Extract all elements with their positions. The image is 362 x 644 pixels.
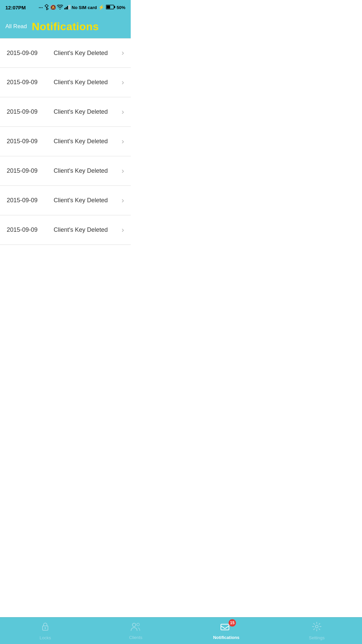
notification-date: 2015-09-09 — [7, 197, 54, 204]
all-read-button[interactable]: All Read — [5, 23, 27, 30]
svg-rect-4 — [68, 5, 69, 9]
notifications-container: 2015-09-09 Client's Key Deleted › 2015-0… — [0, 38, 131, 256]
no-sim-label: No SIM card — [72, 5, 97, 10]
notification-item[interactable]: 2015-09-09 Client's Key Deleted › — [0, 97, 131, 127]
svg-rect-1 — [64, 8, 65, 9]
chevron-right-icon: › — [122, 167, 124, 175]
notification-item[interactable]: 2015-09-09 Client's Key Deleted › — [0, 68, 131, 97]
page-title: Notifications — [32, 20, 99, 33]
battery-percent: 50% — [117, 5, 125, 10]
svg-rect-5 — [70, 5, 70, 9]
charging-icon: ⚡ — [98, 4, 105, 10]
chevron-right-icon: › — [122, 196, 124, 205]
chevron-right-icon: › — [122, 255, 124, 257]
chevron-right-icon: › — [122, 137, 124, 146]
notification-list: 2015-09-09 Client's Key Deleted › 2015-0… — [0, 38, 131, 256]
notification-date: 2015-09-09 — [7, 256, 54, 256]
notification-item[interactable]: 2015-09-09 Client's Key Deleted › — [0, 245, 131, 256]
wifi-icon — [57, 5, 63, 10]
notification-date: 2015-09-09 — [7, 138, 54, 145]
notification-message: Client's Key Deleted — [54, 167, 118, 174]
battery-icon — [106, 5, 115, 10]
notification-message: Client's Key Deleted — [54, 138, 118, 145]
notification-item[interactable]: 2015-09-09 Client's Key Deleted › — [0, 127, 131, 156]
status-time: 12:07PM — [5, 5, 26, 10]
notification-item[interactable]: 2015-09-09 Client's Key Deleted › — [0, 215, 131, 245]
chevron-right-icon: › — [122, 108, 124, 116]
notification-date: 2015-09-09 — [7, 226, 54, 233]
notification-item[interactable]: 2015-09-09 Client's Key Deleted › — [0, 38, 131, 68]
notification-message: Client's Key Deleted — [54, 79, 118, 86]
chevron-right-icon: › — [122, 49, 124, 57]
svg-rect-2 — [66, 7, 67, 9]
svg-rect-7 — [114, 6, 115, 8]
notification-message: Client's Key Deleted — [54, 226, 118, 233]
notification-message: Client's Key Deleted — [54, 108, 118, 115]
bluetooth-icon — [44, 4, 49, 11]
status-icons: ··· 🔕 — [39, 4, 125, 11]
notification-date: 2015-09-09 — [7, 79, 54, 86]
svg-text:🔕: 🔕 — [50, 5, 56, 10]
notification-item[interactable]: 2015-09-09 Client's Key Deleted › — [0, 156, 131, 186]
notification-message: Client's Key Deleted — [54, 256, 118, 256]
notification-date: 2015-09-09 — [7, 108, 54, 115]
mute-icon: 🔕 — [50, 4, 56, 11]
chevron-right-icon: › — [122, 226, 124, 234]
svg-rect-8 — [106, 5, 110, 8]
notification-item[interactable]: 2015-09-09 Client's Key Deleted › — [0, 186, 131, 215]
status-bar: 12:07PM ··· 🔕 — [0, 0, 131, 15]
notification-message: Client's Key Deleted — [54, 50, 118, 57]
notification-date: 2015-09-09 — [7, 167, 54, 174]
notification-message: Client's Key Deleted — [54, 197, 118, 204]
status-dots-icon: ··· — [39, 5, 43, 10]
notification-date: 2015-09-09 — [7, 50, 54, 57]
chevron-right-icon: › — [122, 78, 124, 87]
svg-rect-3 — [67, 6, 68, 9]
signal-icon — [64, 5, 70, 10]
header: All Read Notifications — [0, 15, 131, 38]
